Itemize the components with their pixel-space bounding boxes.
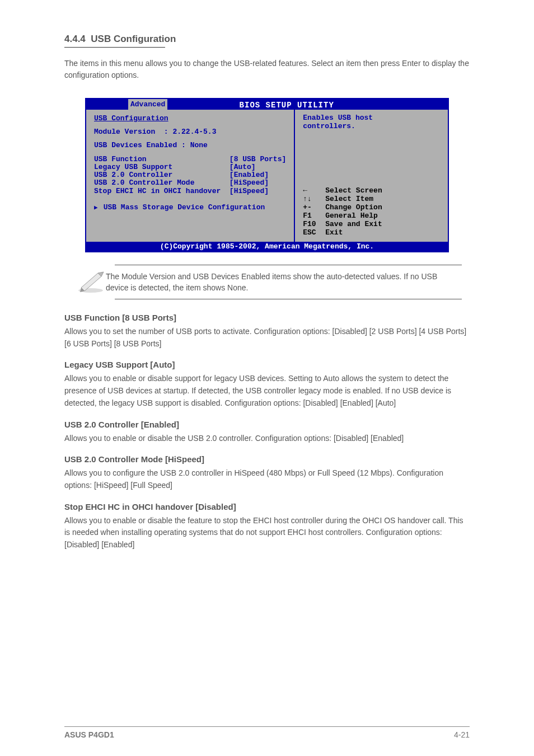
bios-section-label: USB Configuration — [94, 114, 286, 123]
section-description: The items in this menu allows you to cha… — [64, 58, 470, 81]
note-block: The Module Version and USB Devices Enabl… — [115, 265, 462, 300]
config-item-block: USB Function [8 USB Ports]Allows you to … — [64, 313, 470, 350]
footer-page-number: 4-21 — [454, 730, 470, 739]
bios-nav-text: Exit — [325, 229, 343, 237]
bios-nav-row: ←Select Screen — [303, 187, 440, 195]
config-item-desc: Allows you to enable or disable support … — [64, 373, 470, 409]
bios-setting-row: Stop EHCI HC in OHCI handover [HiSpeed] — [94, 187, 286, 195]
bios-screenshot: Advanced BIOS SETUP UTILITY USB Configur… — [85, 98, 449, 252]
bios-setting-row: USB 2.0 Controller [Enabled] — [94, 171, 286, 179]
bios-nav-key: +- — [303, 204, 325, 212]
bios-copyright: (C)Copyright 1985-2002, American Megatre… — [86, 242, 448, 251]
config-item-block: USB 2.0 Controller Mode [HiSpeed]Allows … — [64, 454, 470, 491]
bios-nav-row: F10Save and Exit — [303, 220, 440, 229]
config-item-desc: Allows you to set the number of USB port… — [64, 326, 470, 350]
config-item-title: USB Function [8 USB Ports] — [64, 313, 470, 322]
config-item-desc: Allows you to enable or disable the USB … — [64, 433, 470, 445]
config-item-title: USB 2.0 Controller [Enabled] — [64, 420, 470, 429]
bios-nav-row: +-Change Option — [303, 204, 440, 212]
bios-nav-row: ↑↓Select Item — [303, 195, 440, 204]
bios-setting-row: USB Function [8 USB Ports] — [94, 156, 286, 163]
bios-header: Advanced BIOS SETUP UTILITY — [86, 99, 448, 110]
config-item-block: Stop EHCI HC in OHCI handover [Disabled]… — [64, 502, 470, 551]
bios-nav-key: ESC — [303, 229, 325, 237]
bios-submenu-label: USB Mass Storage Device Configuration — [104, 203, 265, 212]
bios-nav-text: General Help — [325, 212, 378, 220]
bios-right-pane: Enables USB host controllers. ←Select Sc… — [295, 110, 448, 242]
config-item-block: USB 2.0 Controller [Enabled]Allows you t… — [64, 420, 470, 445]
bios-setting-row: Legacy USB Support [Auto] — [94, 163, 286, 171]
bios-nav-text: Select Screen — [325, 187, 382, 195]
bios-nav-text: Save and Exit — [325, 220, 382, 229]
config-item-title: Legacy USB Support [Auto] — [64, 360, 470, 369]
bios-nav-key: ↑↓ — [303, 195, 325, 204]
bios-nav-text: Select Item — [325, 195, 373, 204]
footer-product: ASUS P4GD1 — [64, 730, 114, 739]
bios-submenu: ▶ USB Mass Storage Device Configuration — [94, 203, 286, 212]
config-item-desc: Allows you to enable or disable the feat… — [64, 515, 470, 551]
bios-nav-text: Change Option — [325, 204, 382, 212]
section-heading: 4.4.4 USB Configuration — [64, 34, 470, 45]
config-item-title: Stop EHCI HC in OHCI handover [Disabled] — [64, 502, 470, 511]
config-item-desc: Allows you to configure the USB 2.0 cont… — [64, 467, 470, 491]
heading-underline — [64, 47, 165, 48]
page-footer: ASUS P4GD1 4-21 — [64, 726, 470, 739]
bios-title: BIOS SETUP UTILITY — [167, 101, 406, 110]
note-text: The Module Version and USB Devices Enabl… — [106, 271, 461, 294]
bios-setting-row: USB 2.0 Controller Mode [HiSpeed] — [94, 179, 286, 187]
submenu-arrow-icon: ▶ — [94, 204, 98, 211]
bios-nav-row: ESCExit — [303, 229, 440, 237]
config-item-block: Legacy USB Support [Auto]Allows you to e… — [64, 360, 470, 409]
note-pen-icon — [76, 269, 106, 293]
config-item-title: USB 2.0 Controller Mode [HiSpeed] — [64, 454, 470, 464]
bios-left-pane: USB Configuration Module Version : 2.22.… — [86, 110, 295, 242]
bios-usb-devices: USB Devices Enabled : None — [94, 142, 286, 149]
bios-nav-key: F1 — [303, 212, 325, 220]
bios-nav-key: ← — [303, 187, 325, 195]
bios-nav-row: F1General Help — [303, 212, 440, 220]
bios-nav-key: F10 — [303, 220, 325, 229]
bios-tab-advanced: Advanced — [128, 99, 167, 110]
bios-module-version: Module Version : 2.22.4-5.3 — [94, 128, 286, 136]
bios-hint: Enables USB host controllers. — [303, 114, 440, 131]
bios-nav-legend: ←Select Screen↑↓Select Item+-Change Opti… — [303, 131, 440, 237]
